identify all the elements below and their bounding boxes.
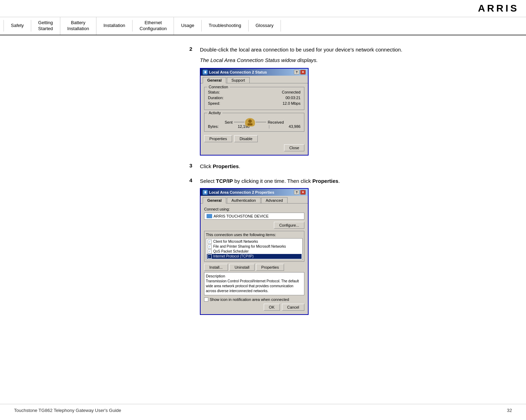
step-3: 3 Click Properties. [189, 163, 512, 171]
speed-value: 12.0 Mbps [283, 101, 301, 105]
status-label: Status: [208, 90, 220, 94]
uninstall-button[interactable]: Uninstall [229, 264, 255, 271]
items-label: This connection uses the following items… [206, 233, 303, 237]
activity-group-label: Activity [207, 111, 222, 115]
navigation: Safety Getting Started Battery Installat… [0, 17, 526, 35]
step-2-number: 2 [189, 46, 200, 52]
dialog1-screenshot: 🖥 Local Area Connection 2 Status ? ✕ Gen… [200, 68, 512, 156]
configure-row: Configure... [204, 222, 304, 229]
win-dialog-status: 🖥 Local Area Connection 2 Status ? ✕ Gen… [200, 68, 309, 156]
checkbox-file-sharing[interactable] [208, 245, 212, 249]
dialog1-body: Connection Status: Connected Duration: 0… [201, 83, 308, 155]
step-2-italic: The Local Area Connection Status widow d… [200, 56, 512, 64]
nav-installation[interactable]: Installation [96, 20, 133, 32]
nav-battery-installation[interactable]: Battery Installation [60, 17, 96, 35]
nav-glossary[interactable]: Glossary [249, 20, 281, 32]
duration-label: Duration: [208, 96, 224, 100]
description-box: Description Transmission Control Protoco… [204, 272, 304, 295]
duration-value: 00:03:21 [285, 96, 301, 100]
disable-button[interactable]: Disable [234, 135, 258, 142]
main-content: 2 Double-click the local area connection… [0, 35, 526, 332]
dialog1-close-btn[interactable]: ✕ [300, 70, 306, 75]
description-text: Transmission Control Protocol/Internet P… [206, 279, 303, 294]
status-row: Status: Connected [208, 90, 301, 94]
dialog1-title: Local Area Connection 2 Status [209, 70, 267, 74]
description-label: Description [206, 274, 303, 278]
device-name: ARRIS TOUCHSTONE DEVICE [214, 214, 269, 218]
dialog2-close-btn[interactable]: ✕ [300, 190, 306, 195]
dialog2-body: Connect using: ARRIS TOUCHSTONE DEVICE C… [201, 204, 308, 314]
content-area: 2 Double-click the local area connection… [182, 42, 526, 325]
items-list: Client for Microsoft Networks File and P… [206, 238, 303, 260]
close-button[interactable]: Close [284, 144, 304, 151]
step-3-text: Click Properties. [200, 163, 240, 171]
dialog2-tab-authentication[interactable]: Authentication [227, 197, 261, 203]
win-dialog-properties: 🖥 Local Area Connection 2 Properties ? ✕… [200, 188, 309, 315]
activity-visual: Sent [208, 118, 301, 126]
show-icon-label: Show icon in notification area when conn… [210, 297, 289, 302]
install-row: Install... Uninstall Properties [204, 264, 304, 271]
activity-group: Activity Sent [204, 113, 304, 132]
dialog2-title: Local Area Connection 2 Properties [209, 190, 274, 194]
step-2: 2 Double-click the local area connection… [189, 46, 512, 156]
status-value: Connected [282, 90, 301, 94]
device-box: ARRIS TOUCHSTONE DEVICE [204, 213, 304, 220]
dialog2-tabs: General Authentication Advanced [201, 196, 308, 204]
device-icon [207, 214, 212, 218]
cancel-button[interactable]: Cancel [282, 304, 304, 311]
dialog2-ok-cancel-row: OK Cancel [204, 304, 304, 311]
properties-button-1[interactable]: Properties [204, 135, 232, 142]
dialog1-tab-support[interactable]: Support [227, 77, 250, 83]
connect-using-label: Connect using: [204, 207, 304, 211]
show-icon-checkbox[interactable] [204, 297, 208, 302]
nav-safety[interactable]: Safety [4, 20, 31, 32]
received-label: Received [268, 120, 284, 124]
activity-icon [245, 118, 255, 126]
install-button[interactable]: Install... [204, 264, 228, 271]
show-icon-row: Show icon in notification area when conn… [204, 297, 304, 302]
item-client-ms[interactable]: Client for Microsoft Networks [207, 239, 302, 244]
footer-center-text: Touchstone TG862 Telephony Gateway User'… [14, 408, 121, 413]
sent-label: Sent [225, 120, 233, 124]
connection-group-label: Connection [207, 85, 230, 89]
nav-usage[interactable]: Usage [174, 20, 202, 32]
dialog1-tabs: General Support [201, 76, 308, 83]
arris-logo: ARRIS [478, 3, 519, 14]
win-title-bar-properties: 🖥 Local Area Connection 2 Properties ? ✕ [201, 189, 308, 196]
configure-button[interactable]: Configure... [274, 222, 304, 229]
dialog1-action-buttons: Properties Disable [204, 135, 304, 142]
win-title-bar-status: 🖥 Local Area Connection 2 Status ? ✕ [201, 69, 308, 76]
checkbox-client-ms[interactable] [208, 240, 212, 244]
header: ARRIS [0, 0, 526, 17]
ok-button[interactable]: OK [264, 304, 280, 311]
dialog2-tab-general[interactable]: General [203, 197, 226, 204]
dialog2-help-btn[interactable]: ? [294, 190, 299, 195]
item-tcpip[interactable]: Internet Protocol (TCP/IP) [207, 254, 302, 259]
speed-label: Speed: [208, 101, 220, 105]
page-number: 32 [507, 408, 512, 413]
step-3-number: 3 [189, 163, 200, 168]
nav-ethernet-configuration[interactable]: Ethernet Configuration [133, 17, 174, 35]
dialog1-tab-general[interactable]: General [203, 77, 226, 83]
items-group: This connection uses the following items… [204, 231, 304, 262]
checkbox-tcpip[interactable] [208, 254, 212, 259]
nav-getting-started[interactable]: Getting Started [31, 17, 60, 35]
checkbox-qos[interactable] [208, 249, 212, 254]
network-icon: 🖥 [203, 70, 208, 75]
step-4-number: 4 [189, 177, 200, 183]
step-2-text: Double-click the local area connection t… [200, 46, 402, 54]
properties-button-2[interactable]: Properties [256, 264, 284, 271]
footer: Touchstone TG862 Telephony Gateway User'… [0, 404, 526, 413]
network-icon-2: 🖥 [203, 190, 208, 195]
item-qos[interactable]: QoS Packet Scheduler [207, 249, 302, 254]
connection-group: Connection Status: Connected Duration: 0… [204, 87, 304, 110]
dialog1-help-btn[interactable]: ? [294, 70, 299, 75]
dialog2-tab-advanced[interactable]: Advanced [261, 197, 288, 203]
dialog2-screenshot: 🖥 Local Area Connection 2 Properties ? ✕… [200, 188, 512, 315]
duration-row: Duration: 00:03:21 [208, 96, 301, 100]
step-4: 4 Select TCP/IP by clicking it one time.… [189, 177, 512, 315]
speed-row: Speed: 12.0 Mbps [208, 101, 301, 105]
item-file-sharing[interactable]: File and Printer Sharing for Microsoft N… [207, 244, 302, 249]
nav-troubleshooting[interactable]: Troubleshooting [202, 20, 249, 32]
dialog1-close-row: Close [204, 144, 304, 151]
